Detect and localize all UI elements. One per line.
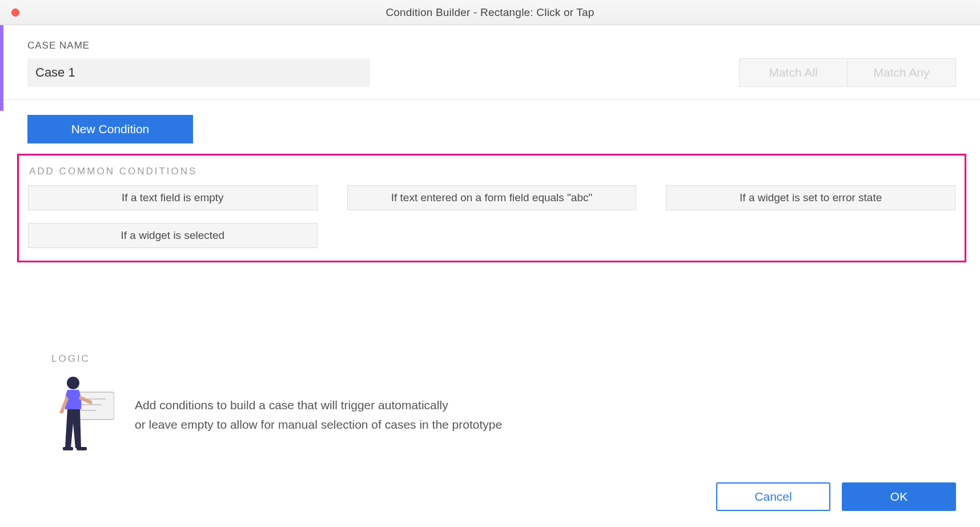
common-condition-text-equals[interactable]: If text entered on a form field equals "… <box>347 185 637 210</box>
match-any-button[interactable]: Match Any <box>848 58 956 87</box>
case-left: CASE NAME <box>27 40 728 87</box>
condition-builder-window: Condition Builder - Rectangle: Click or … <box>0 0 980 527</box>
common-condition-widget-selected[interactable]: If a widget is selected <box>28 223 318 248</box>
common-conditions-heading: ADD COMMON CONDITIONS <box>28 166 955 177</box>
common-condition-text-empty[interactable]: If a text field is empty <box>28 185 318 210</box>
person-illustration-icon <box>51 375 114 455</box>
content-wrapper: CASE NAME Match All Match Any New Condit… <box>0 25 980 527</box>
accent-bar <box>0 25 3 111</box>
case-row: CASE NAME Match All Match Any <box>3 25 980 100</box>
logic-description: Add conditions to build a case that will… <box>135 396 502 434</box>
logic-row: Add conditions to build a case that will… <box>51 375 932 455</box>
common-conditions-highlight: ADD COMMON CONDITIONS If a text field is… <box>17 154 966 262</box>
cancel-button[interactable]: Cancel <box>716 482 830 511</box>
svg-point-4 <box>67 377 79 389</box>
match-toggle-group: Match All Match Any <box>739 58 956 87</box>
case-name-input[interactable] <box>27 58 370 87</box>
ok-button[interactable]: OK <box>842 482 956 511</box>
content: CASE NAME Match All Match Any New Condit… <box>0 25 980 527</box>
titlebar: Condition Builder - Rectangle: Click or … <box>0 0 980 25</box>
dialog-footer: Cancel OK <box>3 472 980 527</box>
new-condition-button[interactable]: New Condition <box>27 115 193 143</box>
logic-line-1: Add conditions to build a case that will… <box>135 396 502 415</box>
close-icon[interactable] <box>11 9 19 17</box>
case-name-label: CASE NAME <box>27 40 728 51</box>
match-all-button[interactable]: Match All <box>739 58 848 87</box>
common-conditions-grid: If a text field is empty If text entered… <box>28 185 955 248</box>
logic-line-2: or leave empty to allow for manual selec… <box>135 415 502 434</box>
common-condition-error-state[interactable]: If a widget is set to error state <box>666 185 955 210</box>
logic-section: LOGIC <box>27 353 956 472</box>
svg-rect-6 <box>77 447 87 450</box>
logic-heading: LOGIC <box>51 353 932 365</box>
main-area: New Condition ADD COMMON CONDITIONS If a… <box>3 100 980 472</box>
svg-rect-5 <box>63 447 73 450</box>
window-title: Condition Builder - Rectangle: Click or … <box>0 6 980 19</box>
